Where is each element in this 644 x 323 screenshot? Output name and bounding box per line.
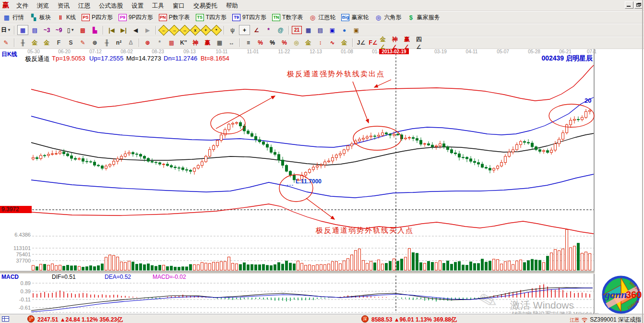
menu-item-8[interactable]: 交易委托 [189,1,222,10]
period-day-dropdown[interactable]: 日 ▼ [0,25,12,35]
zoom-in-icon[interactable]: + [201,24,212,36]
angle-measure-icon[interactable]: ∠ [251,25,262,35]
four-angle-icon[interactable]: 四∠ [416,38,427,48]
toolbar-button-table[interactable]: ▦行情 [0,12,27,23]
grid-box-icon[interactable]: ▩ [166,38,177,48]
brush-icon[interactable]: ✎ [0,38,12,48]
quote-table-icon[interactable] [2,316,9,322]
candle-style-dropdown[interactable]: ▯ ▼ [65,25,76,35]
toolbar-separator [239,38,240,47]
menu-item-4[interactable]: 公式选股 [95,1,127,10]
next-bar-icon[interactable]: ▶ [142,25,153,35]
compass-icon[interactable]: ⊕ [89,38,100,48]
shift-left-icon[interactable]: ← [158,24,169,36]
hexagon-icon: ◎ [374,14,382,21]
prev-bar-icon[interactable]: ◀ [130,25,141,35]
marker-icon[interactable]: ✎ [77,38,88,48]
indicator-name: 极反通道 [25,55,50,63]
first-bar-icon[interactable]: |◀ [106,25,117,35]
toolbar-button-blocks[interactable]: ▚板块 [27,12,54,23]
macd-dif: DIF=0.51 [52,274,76,280]
k-mark-icon[interactable]: K'' [178,38,189,48]
macd-label[interactable]: MACD [1,274,19,280]
circle-target-icon[interactable]: ⊕ [142,38,153,48]
wave3-icon[interactable]: ~3 [41,25,52,35]
percent-levels-icon[interactable]: % [279,38,290,48]
toolbar-button-winner-wheel[interactable]: Big赢家轮 [338,12,371,23]
menu-item-7[interactable]: 窗口 [168,1,189,10]
percent-fan-icon[interactable]: % [255,38,266,48]
menu-item-5[interactable]: 设置 [127,1,148,10]
toolbar-button-t9[interactable]: T99T四方形 [229,12,269,23]
h-measure-icon[interactable]: ↔ [226,38,237,48]
pattern-red-icon[interactable]: ▩ [77,25,88,35]
expand-horizontal-icon[interactable]: ↔ [179,24,191,36]
toolbar-button-label: P四方形 [92,13,113,22]
toolbar-button-ts[interactable]: TST四方形 [193,12,229,23]
square-scale-icon[interactable]: n² [113,38,124,48]
info-panel-icon[interactable]: ▤ [29,25,40,35]
pan-hand-icon[interactable]: ψ [227,25,238,35]
histogram-color-icon[interactable]: ▙ [89,25,100,35]
menu-item-6[interactable]: 工具 [148,1,168,10]
num-grid-icon[interactable]: ▦ [214,38,225,48]
shift-right-icon[interactable]: → [169,24,180,36]
stock-label[interactable]: 002439 启明星辰 [541,54,593,63]
toolbar-button-gann-wheel[interactable]: ◎江恩轮 [306,12,338,23]
wave9-icon[interactable]: ~9 [53,25,64,35]
price-ladder-icon[interactable]: ≡ [243,38,254,48]
fit-screen-icon[interactable]: * [211,24,222,36]
j-angle-icon[interactable]: J∠ [356,38,367,48]
calendar-icon[interactable]: 21 [292,26,302,34]
menu-item-3[interactable]: 江恩 [74,1,95,10]
menu-item-0[interactable]: 文件 [12,1,33,10]
menu-item-2[interactable]: 资讯 [53,1,74,10]
menu-item-1[interactable]: 浏览 [33,1,53,10]
remote-icon[interactable]: ▣ [351,25,362,35]
win-angle-icon[interactable]: 赢∠ [404,38,415,48]
minimize-button[interactable] [625,1,633,9]
current-index-label[interactable]: SZ399001 深证成指 [590,316,641,323]
toolbar-button-hexagon[interactable]: ◎六角形 [371,12,404,23]
web-icon[interactable]: ● [339,25,350,35]
gann-wheel-tool-icon[interactable]: @ [275,25,286,35]
gold-grid2-icon[interactable]: 金 [41,38,52,48]
compress-icon[interactable]: x [190,24,201,36]
menu-bar: 赢 文件浏览资讯江恩公式选股设置工具窗口交易委托帮助 [0,0,644,11]
menu-item-9[interactable]: 帮助 [222,1,242,10]
indicator-tp: Tp=19.5053 [52,55,85,62]
spiral-icon[interactable]: S [65,38,76,48]
fib-grid-icon[interactable]: F [53,38,64,48]
shen-angle-icon[interactable]: 神∠ [392,38,403,48]
scale-icon[interactable]: ╫ [101,38,112,48]
toolbar-button-kline[interactable]: ‖K线 [54,12,79,23]
calculator-icon[interactable]: ▦ [303,25,314,35]
wave-channel-icon[interactable]: ∿ [327,38,338,48]
crosshair-icon[interactable]: + [239,25,250,35]
toolbar-button-p9[interactable]: P99P四方形 [116,12,156,23]
zigzag-pattern-icon[interactable]: ▦ [17,25,28,35]
shanghai-index-quote: 2247.51 ▲24.84 1.12% 356.23亿 [37,316,123,323]
toolbar-button-tn[interactable]: TNT数字表 [269,12,306,23]
f-angle-icon[interactable]: F∠ [368,38,379,48]
memo-icon[interactable]: ▤ [315,25,326,35]
last-bar-icon[interactable]: ▶| [118,25,129,35]
shen-grid-icon[interactable]: 神 [190,38,201,48]
win-grid-icon[interactable]: 赢 [202,38,213,48]
gold-grid-icon[interactable]: 金 [29,38,40,48]
gold-angle-icon[interactable]: 金∠ [380,38,391,48]
save-icon[interactable]: ▣ [327,25,338,35]
protractor-icon[interactable]: Δ [125,38,136,48]
v-measure-icon[interactable]: ↕ [315,38,326,48]
toolbar-button-ps[interactable]: PSP四方形 [79,12,116,23]
toolbar-button-winner-service[interactable]: $赢家服务 [404,12,442,23]
gold-levels-icon[interactable]: 金 [303,38,314,48]
period-label[interactable]: 日K线 [1,50,17,59]
gann-box-icon[interactable]: * [263,25,274,35]
toolbar-button-pn[interactable]: PNP数字表 [156,12,193,23]
grid-tool-icon[interactable]: ╫ [17,38,28,48]
percent-icon[interactable]: % [267,38,278,48]
gold-ring-icon[interactable]: ◎ [291,38,302,48]
gold-box-icon[interactable]: 金 [339,38,350,48]
starburst-icon[interactable]: * [154,38,165,48]
